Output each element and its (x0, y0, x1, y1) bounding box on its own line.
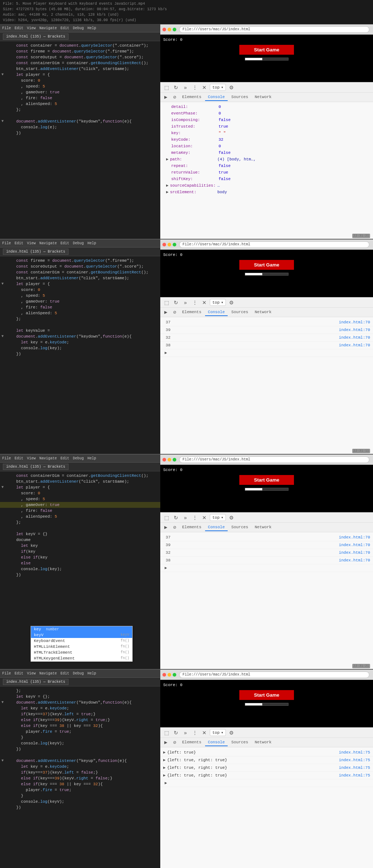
devtools-tab-elements[interactable]: Elements (179, 739, 204, 746)
traffic-light-green[interactable] (173, 673, 176, 677)
menu-item-file[interactable]: File (2, 456, 11, 460)
devtools-tab-network[interactable]: Network (252, 524, 274, 531)
element-picker-icon[interactable]: ⬚ (162, 299, 170, 307)
more-icon[interactable]: ⋮ (191, 83, 199, 92)
no-icon[interactable]: ⊘ (170, 739, 178, 747)
devtools-tab-sources[interactable]: Sources (228, 94, 251, 101)
menu-item-edit[interactable]: Edit (15, 26, 23, 30)
menu-item-navigate[interactable]: Navigate (39, 672, 57, 676)
settings-icon[interactable]: ⚙ (227, 514, 235, 522)
devtools-tab-console[interactable]: Console (205, 309, 228, 316)
menu-item-edit[interactable]: Edit (15, 241, 23, 245)
traffic-light-red[interactable] (162, 243, 166, 246)
start-game-button[interactable]: Start Game (239, 690, 294, 700)
traffic-light-yellow[interactable] (168, 243, 171, 246)
device-icon[interactable]: ↻ (172, 299, 180, 307)
start-game-button[interactable]: Start Game (239, 45, 294, 55)
no-icon[interactable]: ⊘ (170, 93, 178, 101)
element-picker-icon[interactable]: ⬚ (162, 514, 170, 522)
autocomplete-item[interactable]: HTMLLinkElementfn() (31, 644, 132, 650)
menu-item-help[interactable]: Help (87, 672, 96, 676)
log-source-link[interactable]: index.html:70 (173, 534, 370, 541)
menu-item-edit[interactable]: Edit (60, 672, 69, 676)
log-source-link[interactable]: index.html:70 (173, 549, 370, 556)
menu-item-edit[interactable]: Edit (60, 26, 69, 30)
traffic-light-red[interactable] (162, 458, 166, 462)
log-source-link[interactable]: index.html:75 (268, 749, 370, 756)
devtools-tab-network[interactable]: Network (252, 739, 274, 746)
devtools-tab-console[interactable]: Console (205, 94, 228, 101)
devtools-tab-network[interactable]: Network (252, 309, 274, 316)
url-bar[interactable]: File:///Users/mac/JS/index.html (179, 672, 369, 678)
menu-item-file[interactable]: File (2, 241, 11, 245)
url-bar[interactable]: File:///Users/mac/JS/index.html (179, 241, 369, 248)
autocomplete-item[interactable]: HTMLKeygenElementfn() (31, 655, 132, 661)
log-source-link[interactable]: index.html:70 (173, 342, 370, 349)
menu-item-view[interactable]: View (27, 456, 36, 460)
expand-icon[interactable]: » (181, 514, 189, 522)
expand-icon[interactable]: » (181, 299, 189, 307)
editor-tab[interactable]: index.html (135) — Brackets (3, 34, 68, 40)
menu-item-file[interactable]: File (2, 672, 11, 676)
expand-icon[interactable]: ▶ (163, 565, 167, 571)
expand-icon[interactable]: ▶ (163, 772, 167, 779)
log-source-link[interactable]: index.html:70 (173, 327, 370, 333)
expand-icon[interactable]: ▶ (163, 749, 167, 756)
expand-icon[interactable]: ▶ (163, 350, 167, 356)
play-icon[interactable]: ▶ (162, 739, 170, 747)
log-source-link[interactable]: index.html:75 (268, 772, 370, 779)
no-icon[interactable]: ⊘ (170, 523, 178, 532)
menu-item-debug[interactable]: Debug (73, 241, 84, 245)
menu-item-view[interactable]: View (27, 26, 36, 30)
devtools-tab-sources[interactable]: Sources (228, 524, 251, 531)
menu-item-view[interactable]: View (27, 241, 36, 245)
close-icon[interactable]: ✕ (200, 83, 208, 92)
devtools-tab-console[interactable]: Console (205, 524, 228, 531)
traffic-light-green[interactable] (173, 28, 176, 31)
menu-item-debug[interactable]: Debug (73, 456, 84, 460)
menu-item-edit[interactable]: Edit (15, 672, 23, 676)
log-source-link[interactable]: index.html:75 (268, 757, 370, 763)
menu-item-edit[interactable]: Edit (60, 456, 69, 460)
no-icon[interactable]: ⊘ (170, 308, 178, 316)
element-picker-icon[interactable]: ⬚ (162, 83, 170, 92)
log-source-link[interactable]: index.html:70 (173, 542, 370, 548)
device-icon[interactable]: ↻ (172, 729, 180, 737)
expand-icon[interactable]: ▶ (166, 156, 170, 162)
editor-tab[interactable]: index.html (135) — Brackets (3, 679, 68, 685)
devtools-tab-elements[interactable]: Elements (179, 309, 204, 316)
menu-item-navigate[interactable]: Navigate (39, 26, 57, 30)
menu-item-help[interactable]: Help (87, 456, 96, 460)
menu-item-view[interactable]: View (27, 672, 36, 676)
context-dropdown[interactable]: top▾ (210, 299, 226, 306)
traffic-light-yellow[interactable] (168, 458, 171, 462)
menu-item-edit[interactable]: Edit (15, 456, 23, 460)
settings-icon[interactable]: ⚙ (227, 83, 235, 92)
traffic-light-red[interactable] (162, 28, 166, 31)
editor-tab[interactable]: index.html (135) — Brackets (3, 464, 68, 470)
log-source-link[interactable]: index.html:75 (268, 764, 370, 771)
device-icon[interactable]: ↻ (172, 514, 180, 522)
start-game-button[interactable]: Start Game (239, 260, 294, 270)
url-bar[interactable]: File:///Users/mac/JS/index.html (179, 26, 369, 33)
traffic-light-red[interactable] (162, 673, 166, 677)
traffic-light-green[interactable] (173, 458, 176, 462)
devtools-tab-network[interactable]: Network (252, 94, 274, 101)
devtools-tab-sources[interactable]: Sources (228, 739, 251, 746)
autocomplete-item[interactable]: HTMLTrackElementfn() (31, 650, 132, 655)
play-icon[interactable]: ▶ (162, 523, 170, 532)
settings-icon[interactable]: ⚙ (227, 299, 235, 307)
expand-icon[interactable]: ▶ (163, 780, 167, 786)
device-icon[interactable]: ↻ (172, 83, 180, 92)
settings-icon[interactable]: ⚙ (227, 729, 235, 737)
traffic-light-yellow[interactable] (168, 28, 171, 31)
context-dropdown[interactable]: top▾ (210, 729, 226, 736)
traffic-light-yellow[interactable] (168, 673, 171, 677)
menu-item-navigate[interactable]: Navigate (39, 241, 57, 245)
play-icon[interactable]: ▶ (162, 308, 170, 316)
menu-item-help[interactable]: Help (87, 26, 96, 30)
menu-item-debug[interactable]: Debug (73, 26, 84, 30)
context-dropdown[interactable]: top▾ (210, 514, 226, 521)
devtools-tab-elements[interactable]: Elements (179, 94, 204, 101)
expand-icon[interactable]: ▶ (166, 189, 170, 195)
